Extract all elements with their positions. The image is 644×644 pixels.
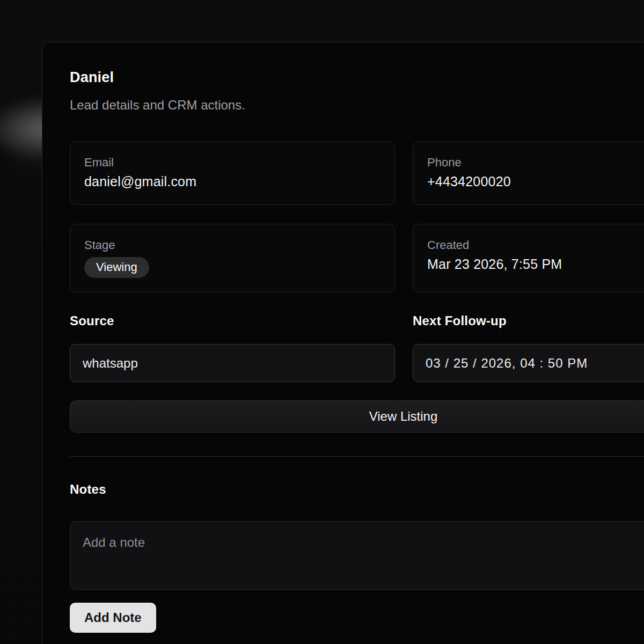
- created-value: Mar 23 2026, 7:55 PM: [427, 256, 644, 273]
- view-listing-button[interactable]: View Listing: [70, 400, 644, 433]
- dialog-subtitle: Lead details and CRM actions.: [70, 97, 644, 113]
- stage-label: Stage: [84, 238, 380, 252]
- lead-info-grid: Email daniel@gmail.com Phone +4434200020…: [70, 141, 644, 292]
- lead-name-title: Daniel: [70, 69, 644, 85]
- email-value: daniel@gmail.com: [84, 173, 380, 190]
- notes-heading: Notes: [70, 481, 644, 497]
- source-heading: Source: [70, 313, 395, 329]
- followup-datetime-input[interactable]: [413, 344, 644, 382]
- phone-card: Phone +4434200020: [413, 141, 644, 205]
- stage-card: Stage Viewing: [70, 224, 395, 292]
- section-divider: [70, 456, 644, 457]
- phone-label: Phone: [427, 156, 644, 170]
- phone-value: +4434200020: [427, 173, 644, 190]
- stage-badge: Viewing: [84, 257, 149, 278]
- created-label: Created: [427, 238, 644, 252]
- lead-details-dialog: Daniel Lead details and CRM actions. Ema…: [42, 42, 644, 644]
- note-textarea[interactable]: [70, 521, 644, 590]
- email-card: Email daniel@gmail.com: [70, 141, 395, 205]
- inputs-row: [70, 344, 644, 382]
- created-card: Created Mar 23 2026, 7:55 PM: [413, 224, 644, 292]
- source-input[interactable]: [70, 344, 395, 382]
- followup-heading: Next Follow-up: [413, 313, 644, 329]
- add-note-button[interactable]: Add Note: [70, 603, 156, 633]
- section-headings-row: Source Next Follow-up: [70, 313, 644, 329]
- email-label: Email: [84, 156, 380, 170]
